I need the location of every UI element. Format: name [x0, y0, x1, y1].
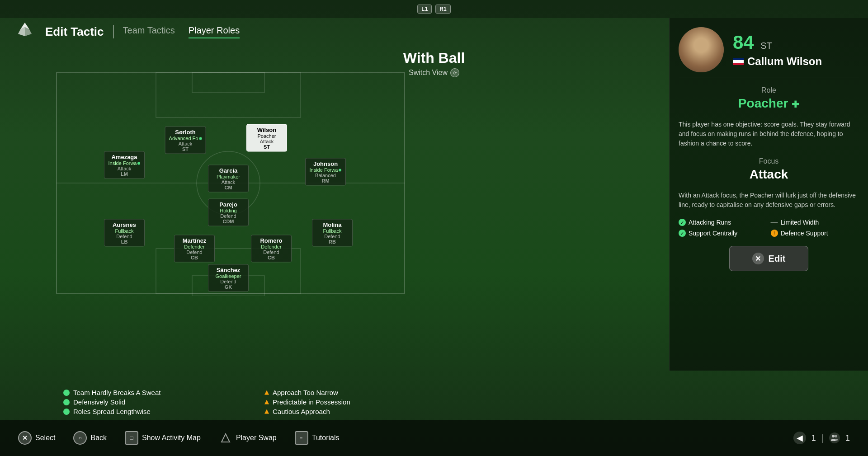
nav-tabs: Team Tactics Player Roles: [123, 25, 240, 38]
player-card-aursnes[interactable]: Aursnes Fullback Defend LB: [104, 219, 145, 247]
app-logo: [14, 20, 36, 43]
attribute-defence-support: !Defence Support: [771, 230, 859, 237]
switch-view-button[interactable]: Switch View ⟳: [409, 68, 459, 77]
page-prev-button[interactable]: ◀: [793, 432, 806, 444]
player-card-garca[interactable]: García Playmaker Attack CM: [208, 165, 249, 193]
switch-view-icon: ⟳: [450, 68, 459, 77]
tab-player-roles[interactable]: Player Roles: [189, 25, 240, 38]
tab-team-tactics[interactable]: Team Tactics: [123, 25, 175, 38]
role-label: Role: [679, 86, 859, 94]
role-section: Role Poacher ✚: [679, 86, 859, 111]
activity-map-button[interactable]: □ Show Activity Map: [125, 431, 201, 445]
tactic-warn-icon: [264, 409, 269, 414]
circle-icon: ○: [73, 431, 87, 445]
player-card-martnez[interactable]: Martínez Defender Defend CB: [174, 235, 215, 263]
tactic-note-1: Approach Too Narrow: [264, 389, 448, 396]
right-panel: 84 ST Callum Wilson Role Poacher ✚ This …: [669, 18, 868, 371]
cross-icon: ✕: [18, 431, 32, 445]
edit-x-icon: ✕: [752, 253, 764, 264]
svg-rect-4: [156, 72, 301, 118]
attribute-support-centrally: ✓Support Centrally: [679, 230, 767, 237]
player-name-row: Callum Wilson: [733, 55, 859, 68]
player-card-srloth[interactable]: Sørloth Advanced Fo Attack ST: [165, 127, 206, 154]
page-separator: |: [821, 433, 824, 443]
tutorials-icon: ≡: [295, 431, 308, 445]
page-indicator: ◀ 1 | 1: [793, 432, 850, 444]
tactic-warn-icon: [264, 390, 269, 395]
player-swap-button[interactable]: Player Swap: [219, 431, 277, 445]
view-title: With Ball: [403, 50, 465, 66]
tactic-check-icon: [63, 399, 70, 405]
svg-point-9: [832, 435, 835, 437]
tactic-note-4: Roles Spread Lengthwise: [63, 408, 246, 415]
svg-point-10: [835, 435, 837, 437]
focus-section: Focus Attack: [679, 157, 859, 182]
page-title: Edit Tactic: [45, 25, 104, 39]
player-card-molina[interactable]: Molina Fullback Defend RB: [312, 219, 353, 247]
tactic-note-3: Predictable in Possession: [264, 398, 448, 406]
attribute-limited-width: —Limited Width: [771, 219, 859, 226]
tutorials-button[interactable]: ≡ Tutorials: [295, 431, 340, 445]
page-current: 1: [811, 433, 816, 443]
edit-btn-container: ✕ Edit: [679, 246, 859, 271]
bottom-actions: ✕ Select ○ Back □ Show Activity Map Play…: [18, 431, 339, 445]
tactic-note-5: Cautious Approach: [264, 408, 448, 415]
player-card-johnson[interactable]: Johnson Inside Forwa Balanced RM: [305, 158, 346, 186]
player-rating: 84: [733, 32, 754, 53]
player-header: 84 ST Callum Wilson: [679, 27, 859, 77]
svg-marker-8: [222, 434, 230, 442]
player-info: 84 ST Callum Wilson: [733, 32, 859, 68]
focus-description: With an Attack focus, the Poacher will l…: [679, 191, 859, 210]
tactic-warn-icon: [264, 400, 269, 404]
avatar-image: [679, 27, 724, 72]
player-name: Callum Wilson: [747, 55, 822, 68]
check-icon: ✓: [679, 230, 686, 237]
player-card-romero[interactable]: Romero Defender Defend CB: [251, 235, 292, 263]
role-description: This player has one objective: score goa…: [679, 120, 859, 148]
tactic-note-2: Defensively Solid: [63, 398, 246, 406]
tactic-note-0: Team Hardly Breaks A Sweat: [63, 389, 246, 396]
bottom-bar: ✕ Select ○ Back □ Show Activity Map Play…: [0, 420, 868, 456]
player-rating-row: 84 ST: [733, 32, 859, 53]
role-plus-icon: ✚: [792, 99, 799, 109]
back-button[interactable]: ○ Back: [73, 431, 107, 445]
select-button[interactable]: ✕ Select: [18, 431, 55, 445]
page-persons-icon: [829, 432, 840, 443]
attributes-grid: ✓Attacking Runs—Limited Width✓Support Ce…: [679, 219, 859, 237]
page-total: 1: [845, 433, 850, 443]
dash-icon: —: [771, 219, 778, 226]
edit-button[interactable]: ✕ Edit: [729, 246, 809, 271]
check-icon: ✓: [679, 219, 686, 226]
role-value: Poacher ✚: [679, 96, 859, 111]
player-position: ST: [760, 41, 772, 51]
player-card-parejo[interactable]: Parejo Holding Defend CDM: [208, 199, 249, 226]
attribute-attacking-runs: ✓Attacking Runs: [679, 219, 767, 226]
triangle-icon: [219, 431, 232, 445]
tactic-check-icon: [63, 390, 70, 396]
player-card-wilson[interactable]: Wilson Poacher Attack ST: [246, 124, 287, 152]
square-icon: □: [125, 431, 138, 445]
focus-label: Focus: [679, 157, 859, 165]
focus-value: Attack: [679, 167, 859, 182]
player-card-snchez[interactable]: Sánchez Goalkeeper Defend GK: [208, 264, 249, 292]
tactic-check-icon: [63, 409, 70, 415]
player-avatar: [679, 27, 724, 72]
header-divider: [113, 25, 114, 38]
tactic-info: Team Hardly Breaks A SweatApproach Too N…: [63, 389, 448, 415]
player-card-amezaga[interactable]: Amezaga Inside Forwa Attack LM: [104, 151, 145, 179]
warn-icon: !: [771, 230, 778, 237]
player-flag: [733, 58, 744, 65]
